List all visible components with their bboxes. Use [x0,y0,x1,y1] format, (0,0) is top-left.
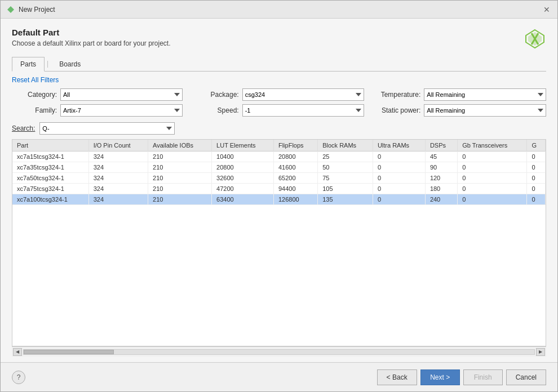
filter-speed: Speed: -1 -2 -3 [194,104,365,117]
package-select[interactable]: csg324 ftg256 fbg484 [242,88,365,101]
content-area: Default Part Choose a default Xilinx par… [1,19,557,362]
col-available-iobs: Available IOBs [148,140,212,152]
col-flipflops: FlipFlops [273,140,317,152]
col-ultra-rams: Ultra RAMs [373,140,425,152]
category-select[interactable]: All Artix-7 Kintex-7 Virtex-7 [60,88,183,101]
tabs-container: Parts | Boards [12,57,546,72]
col-block-rams: Block RAMs [318,140,373,152]
parts-table-container[interactable]: Part I/O Pin Count Available IOBs LUT El… [12,139,546,346]
search-label: Search: [12,124,35,132]
col-lut-elements: LUT Elements [212,140,274,152]
temperature-label: Temperature: [375,91,420,99]
page-subtitle: Choose a default Xilinx part or board fo… [12,39,170,47]
temperature-select[interactable]: All Remaining Commercial Industrial [424,88,546,101]
back-button[interactable]: < Back [377,369,417,385]
title-bar-left: New Project [6,5,55,14]
horizontal-scrollbar[interactable]: ◀ ▶ [12,346,546,357]
page-title: Default Part [12,28,170,37]
reset-filters-link[interactable]: Reset All Filters [12,76,546,84]
filter-static-power: Static power: All Remaining Low High [375,104,546,117]
filters-grid: Category: All Artix-7 Kintex-7 Virtex-7 … [12,88,546,117]
category-label: Category: [12,91,57,99]
table-body: xc7a15tcsg324-132421010400208002504500xc… [12,152,546,205]
package-label: Package: [194,91,239,99]
speed-label: Speed: [194,106,239,114]
speed-select[interactable]: -1 -2 -3 [242,104,365,117]
scroll-thumb[interactable] [24,350,114,354]
col-part: Part [12,140,88,152]
finish-button[interactable]: Finish [463,369,503,385]
help-button[interactable]: ? [12,371,25,384]
filter-temperature: Temperature: All Remaining Commercial In… [375,88,546,101]
static-power-label: Static power: [375,106,420,114]
table-row[interactable]: xc7a50tcsg324-1324210326006520075012000 [12,173,546,184]
tab-boards[interactable]: Boards [51,57,89,71]
parts-table: Part I/O Pin Count Available IOBs LUT El… [12,140,546,205]
table-header-row: Part I/O Pin Count Available IOBs LUT El… [12,140,546,152]
family-label: Family: [12,106,57,114]
filter-package: Package: csg324 ftg256 fbg484 [194,88,365,101]
table-row[interactable]: xc7a75tcsg324-13242104720094400105018000 [12,184,546,194]
header-text: Default Part Choose a default Xilinx par… [12,28,170,47]
col-gb: G [527,140,546,152]
scroll-right-arrow[interactable]: ▶ [536,348,545,356]
footer-buttons: < Back Next > Finish Cancel [377,369,546,385]
filter-family: Family: Artix-7 Kintex-7 Virtex-7 [12,104,183,117]
table-row[interactable]: xc7a15tcsg324-132421010400208002504500 [12,152,546,162]
app-icon [6,5,15,14]
dialog-footer: ? < Back Next > Finish Cancel [1,362,557,391]
title-bar: New Project ✕ [1,1,557,19]
scroll-track[interactable] [23,349,535,355]
svg-marker-0 [7,6,14,13]
table-row[interactable]: xc7a100tcsg324-1324210634001268001350240… [12,194,546,205]
col-io-pin-count: I/O Pin Count [88,140,148,152]
family-select[interactable]: Artix-7 Kintex-7 Virtex-7 [60,104,183,117]
tab-separator: | [45,57,51,71]
filter-category: Category: All Artix-7 Kintex-7 Virtex-7 [12,88,183,101]
static-power-select[interactable]: All Remaining Low High [424,104,546,117]
search-input[interactable]: Q- [39,122,175,135]
table-row[interactable]: xc7a35tcsg324-132421020800416005009000 [12,162,546,173]
search-row: Search: Q- [12,122,546,135]
cancel-button[interactable]: Cancel [506,369,546,385]
col-dsps: DSPs [425,140,457,152]
col-gb-transceivers: Gb Transceivers [458,140,527,152]
header-section: Default Part Choose a default Xilinx par… [12,28,546,50]
dialog-title: New Project [19,6,55,14]
footer-left: ? [12,371,25,384]
xilinx-logo [524,28,546,50]
next-button[interactable]: Next > [420,369,460,385]
close-button[interactable]: ✕ [542,5,552,15]
dialog-window: New Project ✕ Default Part Choose a defa… [0,0,558,392]
scroll-left-arrow[interactable]: ◀ [13,348,22,356]
tab-parts[interactable]: Parts [12,57,45,72]
